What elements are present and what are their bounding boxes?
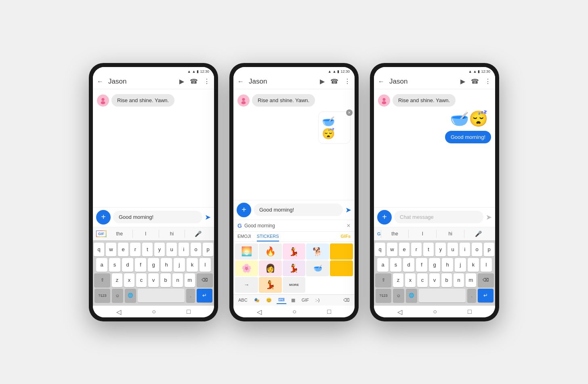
key-w[interactable]: w [106, 243, 116, 256]
video-call-icon-1[interactable]: ▶ [179, 78, 184, 85]
key-t-3[interactable]: t [423, 243, 434, 256]
key-z[interactable]: z [112, 273, 122, 287]
gif-item-5[interactable]: 🌸 [235, 260, 258, 276]
key-q[interactable]: q [94, 243, 104, 256]
key-b[interactable]: b [160, 273, 171, 287]
key-k[interactable]: k [187, 258, 198, 272]
kb-backspace-btn[interactable]: ⌫ [342, 297, 351, 304]
back-button-3[interactable]: ← [378, 78, 384, 85]
key-return[interactable]: ↵ [197, 289, 212, 302]
key-globe-3[interactable]: 🌐 [406, 289, 417, 302]
key-shift[interactable]: ⇧ [94, 273, 110, 287]
phone-call-icon-2[interactable]: ☎ [330, 78, 338, 85]
key-c-3[interactable]: c [417, 273, 428, 287]
key-globe[interactable]: 🌐 [125, 289, 136, 302]
kb-sticker-btn[interactable]: 🎭 [252, 297, 261, 304]
key-num-3[interactable]: ?123 [376, 289, 391, 302]
key-v-3[interactable]: v [429, 273, 440, 287]
key-y-3[interactable]: y [435, 243, 446, 256]
key-period[interactable]: . [186, 289, 195, 302]
key-m[interactable]: m [185, 273, 195, 287]
key-return-3[interactable]: ↵ [478, 289, 494, 302]
recents-nav-3[interactable]: □ [468, 308, 472, 315]
key-j-3[interactable]: j [455, 258, 466, 272]
key-shift-3[interactable]: ⇧ [375, 273, 391, 287]
gif-search-clear[interactable]: ✕ [346, 223, 351, 229]
gif-item-2[interactable]: 🔥 [259, 243, 282, 260]
gif-item-6[interactable]: 👩 [259, 260, 282, 276]
home-nav-1[interactable]: ○ [152, 308, 156, 315]
key-emoji-3[interactable]: ☺ [393, 289, 404, 302]
key-s[interactable]: s [109, 258, 120, 272]
key-w-3[interactable]: w [387, 243, 397, 256]
gif-item-arrow[interactable]: → [235, 277, 258, 293]
suggestion-the-3[interactable]: the [381, 230, 409, 237]
home-nav-2[interactable]: ○ [292, 308, 296, 315]
back-nav-3[interactable]: ◁ [397, 308, 402, 316]
more-options-icon-2[interactable]: ⋮ [344, 78, 351, 85]
key-i[interactable]: i [178, 243, 189, 256]
gif-search-text[interactable]: Good morning [244, 223, 344, 229]
gif-badge-1[interactable]: GIF [96, 231, 106, 237]
plus-button-3[interactable]: + [377, 210, 392, 225]
tab-emoji[interactable]: EMOJI [237, 232, 251, 241]
key-h-3[interactable]: h [442, 258, 453, 272]
video-call-icon-3[interactable]: ▶ [460, 78, 465, 85]
send-button-3[interactable]: ➤ [486, 213, 492, 222]
key-s-3[interactable]: s [390, 258, 401, 272]
plus-button-1[interactable]: + [96, 210, 111, 225]
gif-item-1[interactable]: 🌅 [235, 243, 258, 260]
suggestion-the-1[interactable]: the [107, 230, 132, 237]
key-p[interactable]: p [203, 243, 213, 256]
message-input-2[interactable]: Good morning! [254, 204, 343, 216]
back-nav-2[interactable]: ◁ [257, 308, 262, 316]
key-space[interactable] [138, 289, 185, 302]
more-options-icon-3[interactable]: ⋮ [485, 78, 491, 85]
key-d[interactable]: d [122, 258, 133, 272]
key-v[interactable]: v [148, 273, 159, 287]
key-p-3[interactable]: p [484, 243, 494, 256]
key-period-3[interactable]: . [467, 289, 476, 302]
microphone-icon-3[interactable]: 🎤 [464, 230, 492, 238]
suggestion-hi-1[interactable]: hi [159, 230, 185, 237]
suggestion-hi-3[interactable]: hi [437, 230, 464, 237]
key-o-3[interactable]: o [472, 243, 482, 256]
recents-nav-2[interactable]: □ [327, 308, 331, 315]
key-a-3[interactable]: a [377, 258, 388, 272]
gif-item-more[interactable]: MORE [283, 277, 306, 293]
key-q-3[interactable]: q [375, 243, 385, 256]
key-r-3[interactable]: r [411, 243, 422, 256]
key-b-3[interactable]: b [441, 273, 452, 287]
back-button-1[interactable]: ← [97, 78, 103, 85]
key-n-3[interactable]: n [454, 273, 464, 287]
key-g-3[interactable]: g [429, 258, 440, 272]
key-num[interactable]: ?123 [94, 289, 110, 302]
key-space-3[interactable] [419, 289, 466, 302]
key-y[interactable]: y [154, 243, 165, 256]
kb-gif-btn[interactable]: GIF [300, 297, 311, 303]
back-nav-1[interactable]: ◁ [116, 308, 121, 316]
key-u-3[interactable]: u [447, 243, 458, 256]
key-g[interactable]: g [148, 258, 159, 272]
key-backspace[interactable]: ⌫ [197, 273, 213, 287]
gif-item-9[interactable]: 💃 [259, 277, 282, 293]
plus-button-2[interactable]: + [237, 203, 251, 217]
key-l[interactable]: l [200, 258, 211, 272]
home-nav-3[interactable]: ○ [433, 308, 437, 315]
key-f[interactable]: f [135, 258, 146, 272]
key-t[interactable]: t [142, 243, 153, 256]
kb-gifkey-btn[interactable]: ⌨ [277, 296, 286, 304]
gif-item-8[interactable]: 🥣 [306, 260, 329, 276]
key-l-3[interactable]: l [481, 258, 492, 272]
phone-call-icon-3[interactable]: ☎ [471, 78, 479, 85]
key-e-3[interactable]: e [399, 243, 410, 256]
gif-item-4[interactable]: 🐕 [306, 243, 329, 260]
key-x-3[interactable]: x [405, 273, 416, 287]
kb-emoji-btn[interactable]: 😊 [265, 297, 273, 304]
key-o[interactable]: o [191, 243, 201, 256]
recents-nav-1[interactable]: □ [187, 308, 191, 315]
sticker-close-btn[interactable]: ✕ [346, 109, 353, 116]
key-c[interactable]: c [136, 273, 147, 287]
video-call-icon-2[interactable]: ▶ [320, 78, 325, 85]
message-input-1[interactable]: Good morning! [113, 211, 202, 223]
